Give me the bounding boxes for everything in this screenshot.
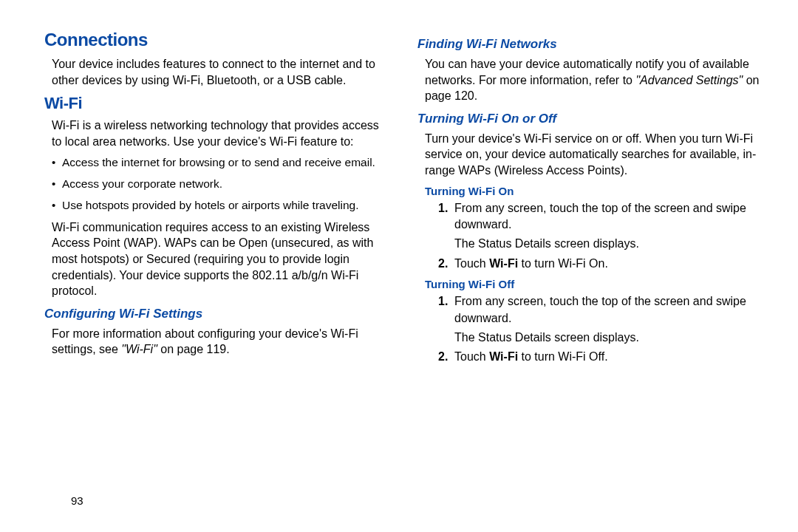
wifi-feature-list: Access the internet for browsing or to s… <box>52 154 388 214</box>
step-item: 2.Touch Wi-Fi to turn Wi-Fi On. <box>438 256 761 272</box>
wifi-intro: Wi-Fi is a wireless networking technolog… <box>52 117 388 149</box>
heading-configuring-wifi: Configuring Wi-Fi Settings <box>44 307 388 321</box>
list-item: Access your corporate network. <box>52 175 388 194</box>
wifi-off-steps-2: 2.Touch Wi-Fi to turn Wi-Fi Off. <box>438 349 761 365</box>
step-item: 2.Touch Wi-Fi to turn Wi-Fi Off. <box>438 349 761 365</box>
heading-wifi-on: Turning Wi-Fi On <box>425 185 761 197</box>
step-sub: The Status Details screen displays. <box>454 236 761 252</box>
page-columns: Connections Your device includes feature… <box>44 30 761 488</box>
heading-turning-wifi: Turning Wi-Fi On or Off <box>417 112 761 126</box>
configuring-wifi-text: For more information about configuring y… <box>52 326 388 358</box>
connections-intro: Your device includes features to connect… <box>52 56 388 88</box>
step-sub: The Status Details screen displays. <box>454 330 761 346</box>
heading-wifi: Wi-Fi <box>44 94 388 113</box>
step-item: 1.From any screen, touch the top of the … <box>438 200 761 233</box>
wifi-on-steps: 1.From any screen, touch the top of the … <box>438 200 761 233</box>
wifi-off-steps: 1.From any screen, touch the top of the … <box>438 293 761 327</box>
turning-wifi-text: Turn your device's Wi-Fi service on or o… <box>425 131 761 179</box>
step-item: 1.From any screen, touch the top of the … <box>438 293 761 327</box>
page-number: 93 <box>71 494 83 507</box>
heading-wifi-off: Turning Wi-Fi Off <box>425 278 761 290</box>
heading-finding-networks: Finding Wi-Fi Networks <box>417 37 761 52</box>
heading-connections: Connections <box>44 30 388 50</box>
right-column: Finding Wi-Fi Networks You can have your… <box>417 30 761 488</box>
wifi-on-steps-2: 2.Touch Wi-Fi to turn Wi-Fi On. <box>438 256 761 272</box>
left-column: Connections Your device includes feature… <box>44 30 388 488</box>
wifi-wap-info: Wi-Fi communication requires access to a… <box>52 219 388 299</box>
list-item: Access the internet for browsing or to s… <box>52 154 388 172</box>
list-item: Use hotspots provided by hotels or airpo… <box>52 197 388 215</box>
finding-networks-text: You can have your device automatically n… <box>425 56 761 104</box>
